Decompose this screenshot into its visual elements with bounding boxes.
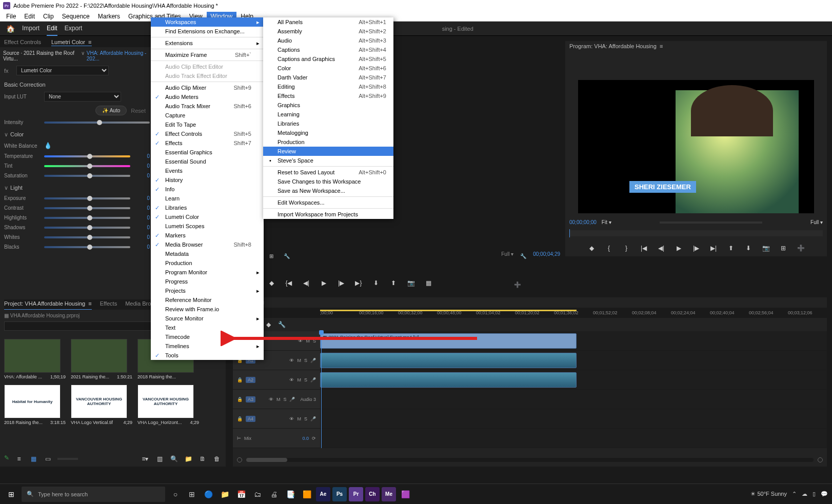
window-menu-item[interactable]: Text bbox=[151, 323, 264, 332]
whites-slider[interactable] bbox=[44, 236, 130, 238]
extract-icon[interactable]: ⬇ bbox=[744, 244, 753, 253]
audio-clip[interactable] bbox=[320, 353, 577, 368]
menu-clip[interactable]: Clip bbox=[39, 12, 58, 21]
panel-tab-lumetri[interactable]: Lumetri Color ≡ bbox=[51, 38, 92, 46]
track-header-Mix[interactable]: ⊢Mix0.0⟳ bbox=[233, 429, 320, 448]
workspace-menu-item[interactable]: Metalogging bbox=[263, 128, 393, 137]
auto-button[interactable]: ✨ Auto bbox=[95, 106, 127, 115]
window-menu-item[interactable]: Source Monitor bbox=[151, 314, 264, 323]
window-menu-item[interactable]: Review with Frame.io bbox=[151, 305, 264, 314]
timeline-ruler[interactable]: ;00;0000;00;16;0000;00;32;0000;00;48;000… bbox=[233, 308, 827, 318]
taskbar-app-icon[interactable]: 🗂 bbox=[250, 487, 265, 501]
timeline-scroll-end[interactable] bbox=[818, 457, 823, 462]
freeform-view-icon[interactable]: ▭ bbox=[43, 454, 52, 463]
window-menu-item[interactable]: Progress bbox=[151, 277, 264, 286]
export-frame-icon[interactable]: 📷 bbox=[761, 244, 770, 253]
tint-slider[interactable] bbox=[44, 165, 130, 167]
new-bin-icon[interactable]: 📁 bbox=[184, 454, 193, 463]
src-in-icon[interactable]: {◀ bbox=[284, 278, 293, 288]
workspace-menu-item[interactable]: CaptionsAlt+Shift+4 bbox=[263, 45, 393, 54]
workspace-menu-item[interactable]: EffectsAlt+Shift+9 bbox=[263, 91, 393, 100]
window-menu-item[interactable]: Timecode bbox=[151, 332, 264, 341]
window-menu-item[interactable]: Info bbox=[151, 185, 264, 194]
new-item-icon[interactable]: 🗎 bbox=[198, 454, 207, 463]
video-clip[interactable]: ▦ 2021 Raising the Roof Virtual Event.mp… bbox=[320, 333, 577, 349]
automate-icon[interactable]: ▥ bbox=[155, 454, 164, 463]
project-bin[interactable]: Habitat for Humanity2018 Raising the...3… bbox=[4, 385, 66, 425]
list-view-icon[interactable]: ≡ bbox=[14, 454, 24, 463]
effect-dropdown[interactable]: Lumetri Color bbox=[16, 66, 109, 75]
taskbar-app-icon[interactable]: 🔵 bbox=[201, 487, 215, 501]
play-icon[interactable]: ▶ bbox=[674, 244, 683, 253]
track-header-A4[interactable]: 🔒A4👁MS🎤 bbox=[233, 409, 320, 429]
temperature-value[interactable]: 0 bbox=[134, 153, 150, 159]
window-menu-item[interactable]: Essential Graphics bbox=[151, 148, 264, 157]
reset-button[interactable]: Reset bbox=[131, 108, 146, 114]
button-editor-icon[interactable]: ➕ bbox=[796, 244, 805, 253]
mark-in-icon[interactable]: { bbox=[604, 244, 613, 253]
wrench-icon[interactable]: 🔧 bbox=[282, 251, 291, 260]
add-marker-icon[interactable]: ◆ bbox=[587, 244, 596, 253]
notifications-icon[interactable]: 💬 bbox=[821, 491, 828, 497]
workspace-menu-item[interactable]: Darth VaderAlt+Shift+7 bbox=[263, 73, 393, 82]
timeline-settings-icon[interactable]: 🔧 bbox=[277, 320, 286, 329]
src-export-frame-icon[interactable]: 📷 bbox=[406, 278, 415, 288]
window-menu-item[interactable]: Find Extensions on Exchange... bbox=[151, 27, 264, 36]
pen-icon[interactable]: ✎ bbox=[4, 454, 9, 463]
workspace-menu-item[interactable]: Edit Workspaces... bbox=[263, 198, 393, 207]
tab-export[interactable]: Export bbox=[65, 22, 83, 36]
menu-markers[interactable]: Markers bbox=[94, 12, 124, 21]
work-area-bar[interactable] bbox=[320, 310, 577, 311]
settings-icon[interactable]: 🔧 bbox=[519, 251, 528, 260]
highlights-slider[interactable] bbox=[44, 217, 130, 219]
go-to-out-icon[interactable]: ▶| bbox=[709, 244, 718, 253]
window-menu-item[interactable]: Maximize FrameShift+` bbox=[151, 50, 264, 59]
src-overwrite-icon[interactable]: ⬆ bbox=[389, 278, 398, 288]
exposure-value[interactable]: 0 bbox=[134, 195, 150, 201]
program-video[interactable]: SHERI ZIESEMER bbox=[578, 80, 814, 213]
saturation-slider[interactable] bbox=[44, 175, 130, 177]
zoom-slider[interactable] bbox=[57, 458, 78, 460]
taskbar-app-icon[interactable]: Ch bbox=[365, 487, 380, 501]
source-full-dropdown[interactable]: Full ▾ bbox=[501, 251, 513, 260]
tint-value[interactable]: 0 bbox=[134, 163, 150, 169]
sequence-breadcrumb[interactable]: VHA: Affordable Housing - 202... bbox=[87, 50, 151, 62]
workspace-menu-item[interactable]: EditingAlt+Shift+8 bbox=[263, 82, 393, 91]
src-marker-icon[interactable]: ◆ bbox=[267, 278, 276, 288]
section-color[interactable]: Color bbox=[10, 131, 24, 137]
find-icon[interactable]: 🔍 bbox=[169, 454, 179, 463]
window-menu-item[interactable]: Workspaces bbox=[151, 17, 264, 27]
intensity-slider[interactable] bbox=[44, 122, 150, 124]
track-row[interactable] bbox=[320, 370, 827, 390]
project-bin[interactable]: VHA: Affordable ...1;50;19 bbox=[4, 339, 66, 379]
program-full-dropdown[interactable]: Full ▾ bbox=[810, 219, 823, 225]
input-lut-dropdown[interactable]: None bbox=[44, 92, 121, 102]
step-back-icon[interactable]: ◀| bbox=[657, 244, 666, 253]
panel-tab-project[interactable]: Project: VHA Affordable Housing ≡ bbox=[4, 299, 92, 310]
timeline-scrollbar[interactable] bbox=[246, 458, 814, 462]
taskbar-app-icon[interactable]: 🖨 bbox=[267, 487, 281, 501]
window-menu-item[interactable]: Reference Monitor bbox=[151, 295, 264, 305]
workspace-menu-item[interactable]: Learning bbox=[263, 110, 393, 119]
timeline-display-settings-icon[interactable]: ⊞ bbox=[267, 251, 276, 260]
source-breadcrumb[interactable]: Source · 2021 Raising the Roof Virtu... bbox=[3, 50, 79, 62]
window-menu-item[interactable]: Media BrowserShift+8 bbox=[151, 240, 264, 249]
project-bin[interactable]: 2021 Raising the...1:50:21 bbox=[71, 339, 132, 379]
src-step-fwd-icon[interactable]: |▶ bbox=[336, 278, 346, 288]
mark-out-icon[interactable]: } bbox=[622, 244, 631, 253]
system-tray[interactable]: ☀ 50°F Sunny ⌃ ☁ ▯ 💬 bbox=[750, 491, 828, 497]
track-content[interactable]: ▦ 2021 Raising the Roof Virtual Event.mp… bbox=[320, 331, 827, 448]
window-menu-item[interactable]: Metadata bbox=[151, 249, 264, 258]
playhead[interactable] bbox=[321, 331, 322, 448]
saturation-value[interactable]: 0 bbox=[134, 173, 150, 178]
section-light[interactable]: Light bbox=[10, 185, 23, 191]
audio-clip[interactable] bbox=[320, 372, 577, 388]
onedrive-icon[interactable]: ☁ bbox=[802, 491, 807, 497]
taskbar-app-icon[interactable]: 📁 bbox=[217, 487, 232, 501]
section-basic-correction[interactable]: Basic Correction bbox=[3, 77, 151, 90]
track-row[interactable] bbox=[320, 351, 827, 370]
start-button[interactable]: ⊞ bbox=[4, 487, 18, 501]
taskbar-app-icon[interactable]: Pr bbox=[349, 487, 363, 501]
src-play-icon[interactable]: ▶ bbox=[319, 278, 328, 288]
window-menu-item[interactable]: History bbox=[151, 175, 264, 185]
